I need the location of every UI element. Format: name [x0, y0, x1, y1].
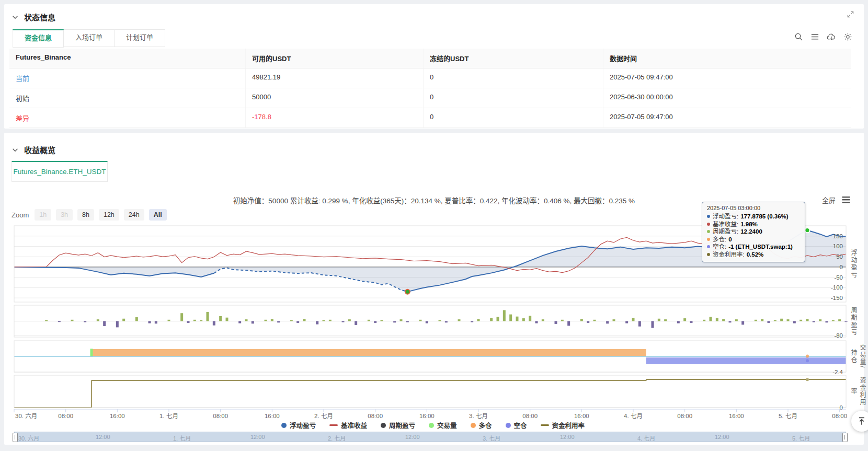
navigator-label: 12:00: [96, 434, 110, 440]
axis-title-period_pnl: 周期盈亏: [849, 305, 858, 337]
svg-text:16:00: 16:00: [265, 413, 280, 419]
svg-text:30. 六月: 30. 六月: [15, 413, 37, 419]
svg-text:08:00: 08:00: [58, 413, 73, 419]
table-cell: -178.8: [246, 108, 424, 128]
row-label-当前[interactable]: 当前: [9, 68, 246, 88]
table-cell: 0: [424, 68, 603, 88]
status-section-header: 状态信息: [12, 11, 55, 22]
navigator-label: 12:00: [715, 434, 729, 440]
chevron-down-icon[interactable]: [12, 14, 19, 21]
svg-text:150: 150: [833, 233, 843, 239]
axis-title-floating_pnl: 浮动盈亏: [849, 226, 858, 302]
status-tabs: 资金信息入场订单计划订单: [13, 29, 165, 48]
column-header: 可用的USDT: [246, 49, 424, 68]
tooltip-timestamp: 2025-07-05 03:00:00: [707, 205, 800, 211]
back-to-top-button[interactable]: [851, 411, 868, 432]
table-cell: 2025-06-30 00:00:00: [603, 88, 851, 108]
legend-item-基准收益[interactable]: 基准收益: [329, 420, 367, 430]
column-header: 冻结的USDT: [424, 49, 603, 68]
status-info-card: 状态信息 资金信息入场订单计划订单 Futures_Binance可用的USDT…: [4, 4, 864, 129]
svg-text:-50: -50: [834, 274, 843, 281]
svg-text:5. 七月: 5. 七月: [779, 413, 797, 419]
svg-text:16:00: 16:00: [110, 413, 125, 419]
table-cell: 0: [424, 88, 603, 108]
menu-icon[interactable]: [810, 32, 819, 41]
svg-text:08:00: 08:00: [832, 413, 847, 419]
navigator-label: 1. 七月: [173, 434, 191, 442]
tooltip-row: 周期盈亏:12.2400: [707, 228, 800, 236]
table-cell: 0: [424, 108, 603, 128]
fullscreen-button[interactable]: 全屏: [822, 195, 836, 205]
navigator-label: 12:00: [250, 434, 265, 440]
status-tab-资金信息[interactable]: 资金信息: [13, 29, 64, 48]
profit-overview-card: 收益概览 Futures_Binance.ETH_USDT 初始净值：50000…: [4, 133, 864, 445]
legend-item-多仓[interactable]: 多仓: [471, 420, 492, 430]
navigator-label: 4. 七月: [637, 434, 655, 442]
tooltip-row: 多仓:0: [707, 236, 800, 244]
svg-text:0: 0: [840, 264, 843, 270]
svg-text:16:00: 16:00: [729, 413, 744, 419]
chart-tools: 全屏: [822, 195, 850, 205]
table-cell: 2025-07-05 09:47:00: [603, 108, 851, 128]
column-header: 数据时间: [603, 49, 851, 68]
settings-icon[interactable]: [843, 32, 852, 41]
legend-item-交易量[interactable]: 交易量: [429, 420, 457, 430]
svg-text:08:00: 08:00: [368, 413, 383, 419]
tab-futures-binance-eth-usdt[interactable]: Futures_Binance.ETH_USDT: [12, 161, 108, 182]
svg-text:1. 七月: 1. 七月: [159, 413, 178, 419]
legend-item-浮动盈亏[interactable]: 浮动盈亏: [281, 420, 316, 430]
cloud-download-icon[interactable]: [827, 33, 836, 41]
chart-menu-icon[interactable]: [842, 196, 850, 203]
navigator-left-handle[interactable]: [13, 433, 18, 442]
svg-text:0: 0: [840, 404, 843, 411]
panel-period_pnl: [14, 305, 846, 337]
svg-text:08:00: 08:00: [213, 413, 228, 419]
profit-section-header: 收益概览: [12, 144, 55, 155]
fund-table: Futures_Binance可用的USDT冻结的USDT数据时间当前49821…: [9, 49, 851, 128]
navigator-label: 12:00: [405, 434, 420, 440]
axis-title-capital_utilization: 资金利用率: [849, 375, 867, 408]
navigator-label: 30. 六月: [18, 434, 39, 442]
table-cell: 2025-07-05 09:47:00: [603, 68, 851, 88]
legend-item-空仓[interactable]: 空仓: [506, 420, 527, 430]
svg-text:4. 七月: 4. 七月: [624, 413, 643, 419]
svg-text:16:00: 16:00: [419, 413, 435, 419]
tooltip-row: 资金利用率:0.52%: [707, 251, 800, 259]
status-toolbar: [794, 32, 852, 41]
table-cell: 49821.19: [246, 68, 424, 88]
svg-text:50: 50: [836, 253, 843, 260]
table-cell: 50000: [246, 88, 424, 108]
row-label-差异: 差异: [9, 108, 246, 128]
legend-item-周期盈亏[interactable]: 周期盈亏: [381, 420, 415, 430]
svg-text:-100: -100: [831, 284, 843, 291]
svg-text:16:00: 16:00: [574, 413, 589, 419]
navigator-label: 5. 七月: [792, 434, 810, 442]
panel-capital_utilization: [14, 375, 846, 408]
status-tab-计划订单[interactable]: 计划订单: [115, 29, 165, 47]
chart-navigator[interactable]: 30. 六月12:001. 七月12:002. 七月12:003. 七月12:0…: [14, 432, 846, 442]
svg-text:08:00: 08:00: [677, 413, 692, 419]
chart-legend: 浮动盈亏基准收益周期盈亏交易量多仓空仓资金利用率: [20, 420, 846, 430]
chevron-down-icon[interactable]: [12, 146, 19, 154]
svg-text:2. 七月: 2. 七月: [314, 413, 333, 419]
svg-text:-2.4: -2.4: [832, 369, 843, 375]
search-icon[interactable]: [794, 32, 803, 41]
row-label-初始: 初始: [9, 88, 246, 108]
navigator-label: 3. 七月: [483, 434, 500, 442]
svg-text:100: 100: [833, 243, 843, 249]
chart-tooltip: 2025-07-05 03:00:00 浮动盈亏:177.8785 (0.36%…: [702, 202, 805, 262]
tooltip-row: 基准收益:1.98%: [707, 221, 800, 228]
navigator-label: 2. 七月: [328, 434, 346, 442]
status-tab-入场订单[interactable]: 入场订单: [64, 29, 115, 47]
dashboard-page: 状态信息 资金信息入场订单计划订单 Futures_Binance可用的USDT…: [0, 0, 868, 451]
tooltip-row: 空仓:-1 (ETH_USDT.swap:1): [707, 243, 800, 251]
expand-icon[interactable]: [847, 10, 854, 18]
back-to-top-icon: [856, 416, 867, 426]
tooltip-row: 浮动盈亏:177.8785 (0.36%): [707, 213, 800, 221]
legend-item-资金利用率[interactable]: 资金利用率: [541, 420, 585, 430]
axis-title-volume_position: 交易量/持仓: [849, 341, 867, 372]
navigator-right-handle[interactable]: [842, 433, 848, 442]
svg-text:-80: -80: [834, 332, 843, 339]
svg-text:08:00: 08:00: [522, 413, 538, 419]
status-section-title: 状态信息: [24, 11, 55, 22]
